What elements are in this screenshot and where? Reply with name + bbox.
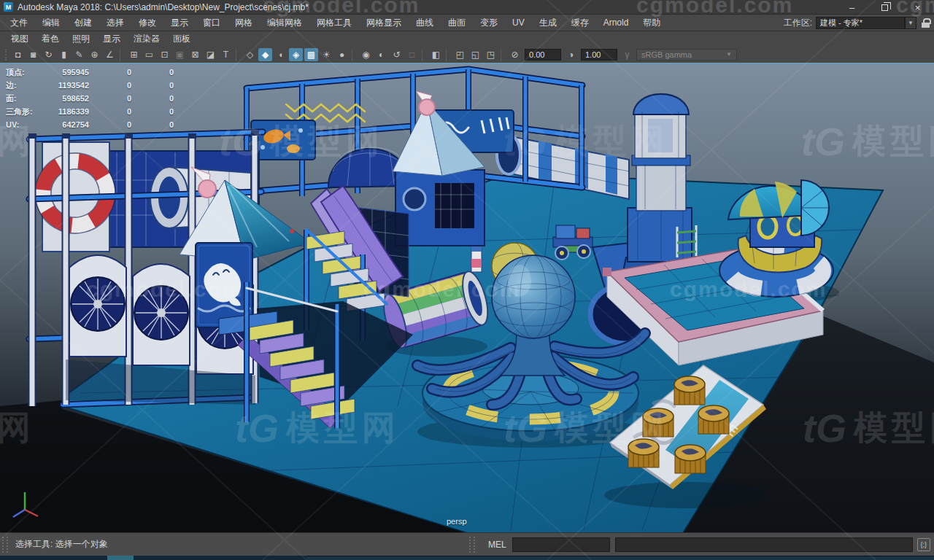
measure-icon[interactable]: ∠ xyxy=(103,48,117,61)
camera-orbit-icon[interactable]: ↻ xyxy=(42,48,55,61)
toolbar-separator xyxy=(120,49,124,61)
chevron-down-icon[interactable]: ▼ xyxy=(905,17,916,29)
menu-item-5[interactable]: 显示 xyxy=(163,15,196,31)
menu-item-2[interactable]: 创建 xyxy=(67,15,99,31)
panel-menu-item-5[interactable]: 面板 xyxy=(166,33,197,45)
hud-row-2: 面:59865200 xyxy=(6,92,174,105)
hud-value: 1193542 xyxy=(48,81,89,90)
mel-result-field[interactable] xyxy=(615,537,913,552)
menu-item-6[interactable]: 窗口 xyxy=(196,15,228,31)
hud-label: 面: xyxy=(6,93,48,104)
viewport-canvas[interactable]: .ln{fill:none;stroke-linecap:round} .bmo… xyxy=(0,63,934,533)
fish-poster xyxy=(251,120,315,160)
script-editor-icon[interactable]: {;} xyxy=(917,538,930,551)
field-chart-icon[interactable]: ⊠ xyxy=(188,48,202,61)
menu-item-10[interactable]: 网格显示 xyxy=(359,15,409,31)
menu-item-4[interactable]: 修改 xyxy=(131,15,163,31)
hud-col1: 0 xyxy=(89,94,131,103)
menu-item-0[interactable]: 文件 xyxy=(3,15,35,31)
hud-label: 三角形: xyxy=(6,106,48,117)
menu-item-17[interactable]: Arnold xyxy=(596,15,636,31)
view-transform-dropdown: sRGB gamma ▼ xyxy=(636,49,737,61)
isolate-select-icon[interactable]: ◧ xyxy=(429,48,443,61)
menu-item-16[interactable]: 缓存 xyxy=(564,15,596,31)
lock-icon[interactable] xyxy=(922,18,930,28)
hud-label: UV: xyxy=(6,120,48,129)
maya-window: M Autodesk Maya 2018: C:\Users\admin\Des… xyxy=(0,0,934,560)
perspective-viewport[interactable]: .ln{fill:none;stroke-linecap:round} .bmo… xyxy=(0,63,934,532)
menu-item-1[interactable]: 编辑 xyxy=(35,15,67,31)
panel-menu-item-0[interactable]: 视图 xyxy=(4,33,35,45)
minimize-button[interactable]: – xyxy=(835,0,868,15)
smooth-shade-icon[interactable]: ◆ xyxy=(258,48,272,61)
crop-region-icon[interactable]: ◳ xyxy=(484,48,498,61)
toolbar-separator xyxy=(352,49,356,61)
menu-item-15[interactable]: 生成 xyxy=(532,15,564,31)
gate-mask-icon[interactable]: ▣ xyxy=(173,48,187,61)
poly-count-hud: 顶点:59594500边:119354200面:59865200三角形:1186… xyxy=(6,66,174,131)
hud-col1: 0 xyxy=(89,120,131,129)
use-all-lights-icon[interactable]: ☀ xyxy=(320,48,333,61)
panel-menu-item-1[interactable]: 着色 xyxy=(35,33,66,45)
hud-row-1: 边:119354200 xyxy=(6,79,174,92)
title-bar[interactable]: M Autodesk Maya 2018: C:\Users\admin\Des… xyxy=(0,0,934,15)
panel-menu-bar: 视图着色照明显示渲染器面板 xyxy=(0,31,934,47)
panel-menu-item-4[interactable]: 渲染器 xyxy=(127,33,166,45)
hud-col1: 0 xyxy=(89,81,131,90)
menu-item-13[interactable]: 变形 xyxy=(473,15,505,31)
menu-item-9[interactable]: 网格工具 xyxy=(309,15,359,31)
motion-blur-icon[interactable]: ◐ xyxy=(374,48,388,61)
menu-item-14[interactable]: UV xyxy=(505,15,532,31)
hud-col2: 0 xyxy=(131,68,174,77)
bookmark-icon[interactable]: ▮ xyxy=(57,48,71,61)
close-button[interactable]: × xyxy=(901,0,934,15)
wireframe-on-shaded-icon[interactable]: ◈ xyxy=(289,48,303,61)
image-plane-icon[interactable]: ◪ xyxy=(204,48,217,61)
toolbar-grip[interactable] xyxy=(5,49,8,61)
workspace-select[interactable]: 建模 - 专家* xyxy=(816,17,905,29)
menu-item-8[interactable]: 编辑网格 xyxy=(260,15,309,31)
shadows-icon[interactable]: ● xyxy=(335,48,349,61)
xray-joints-icon[interactable]: ◱ xyxy=(468,48,482,61)
textured-icon[interactable]: ▩ xyxy=(304,48,318,61)
menu-item-3[interactable]: 选择 xyxy=(99,15,131,31)
hud-text-icon[interactable]: T xyxy=(219,48,233,61)
toolbar-separator xyxy=(422,49,426,61)
loop-icon[interactable]: ↺ xyxy=(390,48,404,61)
menu-item-18[interactable]: 帮助 xyxy=(636,15,668,31)
flat-shade-icon[interactable]: ◖ xyxy=(274,48,287,61)
film-gate-icon[interactable]: ▭ xyxy=(142,48,156,61)
mel-command-input[interactable] xyxy=(512,537,610,552)
menu-item-12[interactable]: 曲面 xyxy=(441,15,473,31)
xray-icon[interactable]: ◰ xyxy=(453,48,467,61)
panel-menu-item-2[interactable]: 照明 xyxy=(66,33,96,45)
menu-item-7[interactable]: 网格 xyxy=(228,15,260,31)
zoom-select-icon[interactable]: ⊕ xyxy=(88,48,101,61)
menu-bar: 文件编辑创建选择修改显示窗口网格编辑网格网格工具网格显示曲线曲面变形UV生成缓存… xyxy=(0,15,934,31)
exposure-field[interactable]: 0.00 xyxy=(525,49,561,61)
wireframe-icon[interactable]: ◇ xyxy=(243,48,257,61)
bottom-strip-highlight xyxy=(107,556,134,560)
dof-icon[interactable]: □ xyxy=(405,48,419,61)
film-camera-icon[interactable]: ◘ xyxy=(11,48,25,61)
exposure-icon[interactable]: ⊘ xyxy=(508,48,522,61)
camera-lock-icon[interactable]: ◙ xyxy=(26,48,40,61)
help-line-text: 选择工具: 选择一个对象 xyxy=(15,538,108,551)
drag-handle[interactable] xyxy=(2,537,8,553)
grid-icon[interactable]: ⊞ xyxy=(127,48,141,61)
drag-handle[interactable] xyxy=(469,537,475,553)
contrast-icon[interactable]: ◑ xyxy=(564,48,578,61)
panel-menu-item-3[interactable]: 显示 xyxy=(96,33,127,45)
draw-overlay-icon[interactable]: ✎ xyxy=(72,48,86,61)
window-title: Autodesk Maya 2018: C:\Users\admin\Deskt… xyxy=(18,2,309,12)
menu-item-11[interactable]: 曲线 xyxy=(409,15,441,31)
mel-label[interactable]: MEL xyxy=(488,540,506,550)
restore-icon xyxy=(881,4,888,11)
occlusion-icon[interactable]: ◉ xyxy=(359,48,373,61)
viewport-icon-bar: ◘◙↻▮✎⊕∠⊞▭⊡▣⊠◪T◇◆◖◈▩☀●◉◐↺□◧◰◱◳ ⊘ 0.00 ◑ 1… xyxy=(0,47,934,63)
restore-button[interactable] xyxy=(868,0,901,15)
hud-value: 1186339 xyxy=(48,107,89,116)
contrast-field[interactable]: 1.00 xyxy=(581,49,617,61)
resolution-gate-icon[interactable]: ⊡ xyxy=(158,48,171,61)
toolbar-separator xyxy=(236,49,240,61)
